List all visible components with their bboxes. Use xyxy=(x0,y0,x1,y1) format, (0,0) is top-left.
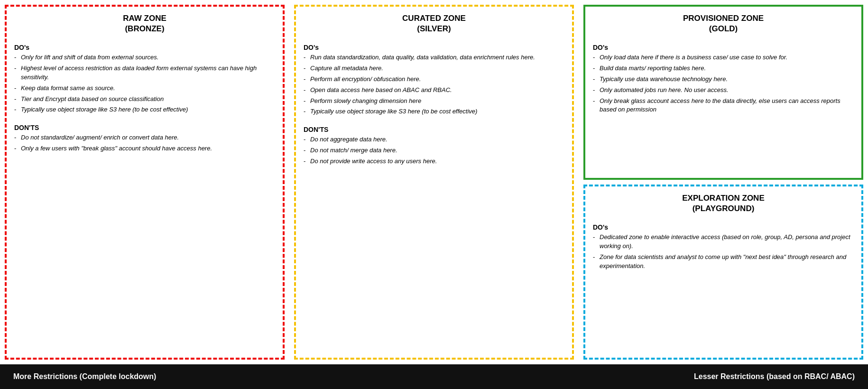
curated-dos-label: DO's xyxy=(304,44,564,51)
exploration-zone-title: EXPLORATION ZONE (PLAYGROUND) xyxy=(593,193,854,214)
raw-zone-box: RAW ZONE (BRONZE) DO's Only for lift and… xyxy=(5,5,285,360)
list-item: Capture all metadata here. xyxy=(304,64,564,73)
list-item: Dedicated zone to enable interactive acc… xyxy=(593,233,854,251)
right-column: PROVISIONED ZONE (GOLD) DO's Only load d… xyxy=(579,0,868,364)
provisioned-zone-title: PROVISIONED ZONE (GOLD) xyxy=(593,13,854,34)
list-item: Only load data here if there is a busine… xyxy=(593,53,854,62)
list-item: Do not standardize/ augment/ enrich or c… xyxy=(14,133,275,142)
list-item: Zone for data scientists and analyst to … xyxy=(593,253,854,271)
raw-zone-panel: RAW ZONE (BRONZE) DO's Only for lift and… xyxy=(0,0,289,364)
list-item: Open data access here based on ABAC and … xyxy=(304,86,564,95)
list-item: Do not provide write access to any users… xyxy=(304,157,564,166)
curated-dos-list: Run data standardization, data quality, … xyxy=(304,53,564,118)
list-item: Do not aggregate data here. xyxy=(304,135,564,144)
list-item: Perform slowly changing dimension here xyxy=(304,97,564,106)
footer-left: More Restrictions (Complete lockdown) xyxy=(13,372,156,381)
provisioned-zone-box: PROVISIONED ZONE (GOLD) DO's Only load d… xyxy=(583,5,863,180)
provisioned-dos-list: Only load data here if there is a busine… xyxy=(593,53,854,116)
raw-donts-label: DON'TS xyxy=(14,124,275,131)
list-item: Highest level of access restriction as d… xyxy=(14,64,275,82)
curated-donts-list: Do not aggregate data here. Do not match… xyxy=(304,135,564,168)
raw-donts-list: Do not standardize/ augment/ enrich or c… xyxy=(14,133,275,155)
list-item: Tier and Encrypt data based on source cl… xyxy=(14,95,275,104)
provisioned-dos-label: DO's xyxy=(593,44,854,51)
footer: More Restrictions (Complete lockdown) Le… xyxy=(0,364,868,389)
list-item: Only for lift and shift of data from ext… xyxy=(14,53,275,62)
raw-dos-label: DO's xyxy=(14,44,275,51)
exploration-zone-box: EXPLORATION ZONE (PLAYGROUND) DO's Dedic… xyxy=(583,185,863,360)
list-item: Build data marts/ reporting tables here. xyxy=(593,64,854,73)
list-item: Typically use data warehouse technology … xyxy=(593,75,854,84)
list-item: Do not match/ merge data here. xyxy=(304,146,564,155)
list-item: Typically use object storage like S3 her… xyxy=(14,105,275,114)
curated-zone-panel: CURATED ZONE (SILVER) DO's Run data stan… xyxy=(289,0,579,364)
curated-zone-box: CURATED ZONE (SILVER) DO's Run data stan… xyxy=(294,5,574,360)
exploration-dos-label: DO's xyxy=(593,223,854,231)
raw-zone-title: RAW ZONE (BRONZE) xyxy=(14,13,275,34)
curated-donts-label: DON'TS xyxy=(304,126,564,133)
list-item: Only a few users with "break glass" acco… xyxy=(14,144,275,153)
list-item: Perform all encryption/ obfuscation here… xyxy=(304,75,564,84)
curated-zone-title: CURATED ZONE (SILVER) xyxy=(304,13,564,34)
exploration-dos-list: Dedicated zone to enable interactive acc… xyxy=(593,233,854,272)
list-item: Keep data format same as source. xyxy=(14,84,275,93)
main-content: RAW ZONE (BRONZE) DO's Only for lift and… xyxy=(0,0,868,364)
list-item: Only automated jobs run here. No user ac… xyxy=(593,86,854,95)
raw-dos-list: Only for lift and shift of data from ext… xyxy=(14,53,275,116)
list-item: Only break glass account access here to … xyxy=(593,97,854,115)
list-item: Typically use object storage like S3 her… xyxy=(304,107,564,116)
list-item: Run data standardization, data quality, … xyxy=(304,53,564,62)
footer-right: Lesser Restrictions (based on RBAC/ ABAC… xyxy=(694,372,855,381)
